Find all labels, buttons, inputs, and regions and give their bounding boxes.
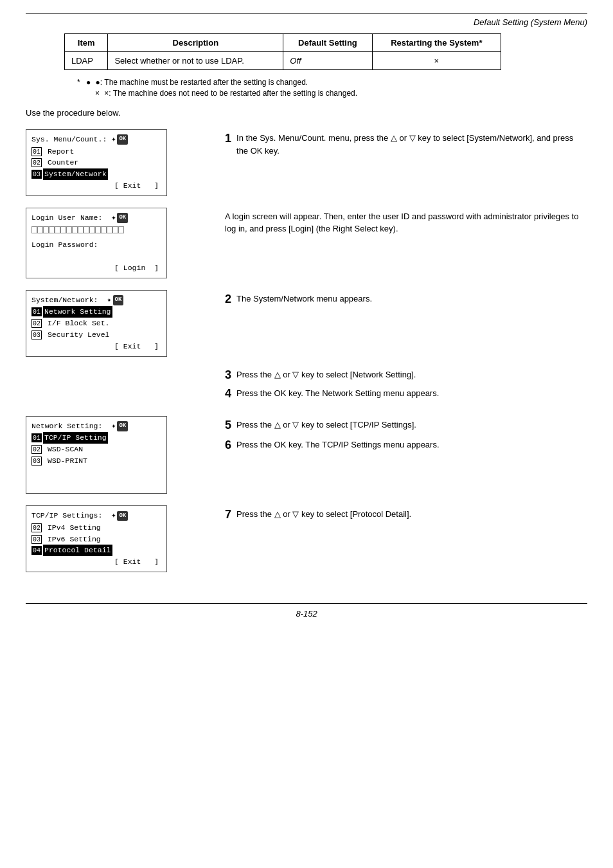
settings-table: Item Description Default Setting Restart… [64,33,501,70]
step-1b-text-col: A login screen will appear. Then, enter … [225,208,587,235]
step-2-content: The System/Network menu appears. [236,293,587,305]
step-number-1: 1 [225,132,231,145]
step-5-content: Press the △ or ▽ key to select [TCP/IP S… [236,419,587,431]
cell-restarting: × [372,52,501,70]
footnotes-block: * ● ●: The machine must be restarted aft… [77,78,587,98]
table-row: LDAP Select whether or not to use LDAP. … [65,52,501,70]
step-1-text-col: 1 In the Sys. Menu/Count. menu, press th… [225,129,587,157]
step-1-content: In the Sys. Menu/Count. menu, press the … [236,132,587,157]
step-2-text-col: 2 The System/Network menu appears. [225,290,587,306]
screen-4-col: Network Setting: ✦OK 01 TCP/IP Setting 0… [26,416,206,494]
cell-item: LDAP [65,52,108,70]
footnote-1: ●: The machine must be restarted after t… [96,78,308,87]
screen-2-col: Login User Name: ✦OK Login Password: [ L… [26,208,206,278]
header-title: Default Setting (System Menu) [474,17,587,27]
page-footer: 8-152 [26,603,587,619]
step-row-2: System/Network: ✦OK 01 Network Setting 0… [26,290,587,357]
footnote-star: * ● ●: The machine must be restarted aft… [77,78,587,87]
step-4-row: 4 Press the OK key. The Network Setting … [225,387,587,401]
step-3-row: 3 Press the △ or ▽ key to select [Networ… [225,368,587,382]
steps-area: Sys. Menu/Count.: ✦OK 01 Report 02 Count… [26,129,587,584]
step-56-text-col: 5 Press the △ or ▽ key to select [TCP/IP… [225,416,587,457]
procedure-intro: Use the procedure below. [26,108,587,118]
step-number-3: 3 [225,368,231,382]
cell-description: Select whether or not to use LDAP. [108,52,283,70]
col-header-restarting: Restarting the System* [372,34,501,52]
step-7-text-col: 7 Press the △ or ▽ key to select [Protoc… [225,505,587,521]
lcd-screen-3: System/Network: ✦OK 01 Network Setting 0… [26,290,167,357]
step-number-6: 6 [225,439,231,452]
col-header-description: Description [108,34,283,52]
lcd-screen-2: Login User Name: ✦OK Login Password: [ L… [26,208,167,278]
lcd-screen-5: TCP/IP Settings: ✦OK 02 IPv4 Setting 03 … [26,505,167,572]
step-row-screen5: TCP/IP Settings: ✦OK 02 IPv4 Setting 03 … [26,505,587,572]
step-3-content: Press the △ or ▽ key to select [Network … [236,368,587,381]
col-header-item: Item [65,34,108,52]
lcd-screen-1: Sys. Menu/Count.: ✦OK 01 Report 02 Count… [26,129,167,196]
steps-34-block: 3 Press the △ or ▽ key to select [Networ… [225,368,587,406]
page-header: Default Setting (System Menu) [26,13,587,27]
page-number: 8-152 [296,609,317,619]
lcd-screen-4: Network Setting: ✦OK 01 TCP/IP Setting 0… [26,416,167,494]
screen-1-col: Sys. Menu/Count.: ✦OK 01 Report 02 Count… [26,129,206,196]
step-6-content: Press the OK key. The TCP/IP Settings me… [236,439,587,451]
screen-3-col: System/Network: ✦OK 01 Network Setting 0… [26,290,206,357]
step-number-2: 2 [225,293,231,306]
footnote-2: × ×: The machine does not need to be res… [77,89,587,98]
step-number-7: 7 [225,508,231,521]
step-row-screen4: Network Setting: ✦OK 01 TCP/IP Setting 0… [26,416,587,494]
step-number-4: 4 [225,387,231,401]
screen-5-col: TCP/IP Settings: ✦OK 02 IPv4 Setting 03 … [26,505,206,572]
step-number-5: 5 [225,419,231,432]
step-7-content: Press the △ or ▽ key to select [Protocol… [236,508,587,521]
step-row-1: Sys. Menu/Count.: ✦OK 01 Report 02 Count… [26,129,587,196]
col-header-default: Default Setting [283,34,372,52]
cell-default: Off [283,52,372,70]
step-1b-content: A login screen will appear. Then, enter … [225,210,587,235]
step-4-content: Press the OK key. The Network Setting me… [236,387,587,400]
footnote-2-text: ×: The machine does not need to be resta… [104,89,357,98]
step-row-1b: Login User Name: ✦OK Login Password: [ L… [26,208,587,278]
step-6-row: 6 Press the OK key. The TCP/IP Settings … [225,439,587,452]
step-5-row: 5 Press the △ or ▽ key to select [TCP/IP… [225,419,587,432]
